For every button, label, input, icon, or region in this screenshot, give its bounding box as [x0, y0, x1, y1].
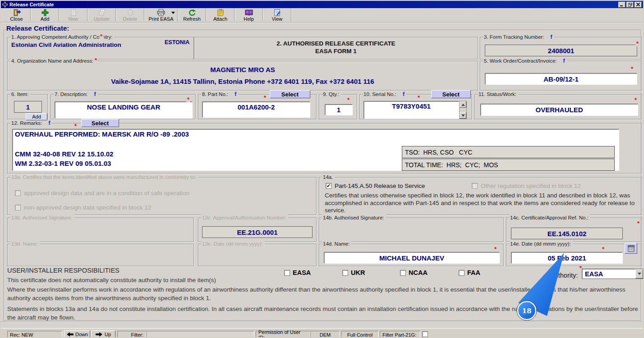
part145-checkbox[interactable]: ✔ [326, 183, 331, 189]
box6-item: 6. Item: 1 Add [7, 94, 48, 119]
title-bar: Release Certificate [1, 1, 643, 8]
easa-checkbox-label: EASA [293, 269, 311, 276]
box3-label: 3. Form Tracking Number: [484, 34, 544, 40]
serial-no-select-button[interactable]: Select [431, 90, 471, 98]
status-work-field[interactable]: OVERHAULED [480, 104, 638, 116]
box14e-label: 14e. Date (dd mmm yyyy): [510, 241, 571, 247]
box13d-label: 13d. Name: [11, 241, 38, 247]
attach-button[interactable]: Attach [207, 9, 233, 22]
restore-button[interactable] [626, 2, 634, 8]
certificate-title-line2: EASA FORM 1 [194, 48, 478, 55]
required-star: * [636, 221, 640, 226]
permission-value-panel: DEM [310, 331, 340, 338]
item-add-button[interactable]: Add [26, 113, 47, 120]
toolbar-label: Close [10, 16, 23, 22]
remarks-line: WM 2.32-03-1 REV 09 05.01.03 [15, 160, 111, 167]
authority-country: ESTONIA [165, 39, 189, 46]
close-window-button[interactable] [635, 2, 642, 8]
toolbar-separator [234, 9, 235, 21]
certificate-title-line1: 2. AUTHORISED RELEASE CERTIFICATE [194, 40, 478, 47]
work-order-field[interactable]: AB-09/12-1 [485, 73, 637, 85]
arrow-right-icon [96, 332, 103, 337]
part-no-field[interactable]: 001A6200-2 [202, 101, 310, 118]
scroll-down-icon[interactable] [460, 112, 466, 119]
box13b-authorised-signature: 13b. Authorised Signature: [7, 218, 194, 242]
ncaa-checkbox[interactable] [400, 270, 406, 276]
box9-label: 9. Qty.: [323, 91, 339, 97]
serial-no-scrollbar[interactable] [459, 101, 467, 119]
toolbar-label: Print EASA [148, 16, 173, 22]
exit-door-icon [12, 9, 21, 16]
box14b-authorised-signature: 14b. Authorised Signature: [319, 218, 504, 242]
approved-design-checkbox [15, 190, 21, 196]
refresh-arrow-icon [188, 9, 196, 16]
record-status-panel: Rec: NEW [7, 331, 62, 338]
remarks-line: CMM 32-40-08 REV 12 15.10.02 [15, 150, 113, 158]
box10-label: 10. Serial No.: [363, 91, 396, 97]
serial-no-field[interactable]: T9783Y0451 [363, 101, 459, 119]
authority-dropdown[interactable]: EASA [582, 269, 644, 279]
box12-label: 12. Remarks: [11, 120, 42, 126]
other-regulation-label: Other regulation specified in block 12 [481, 183, 581, 189]
box2-certificate-title: 2. AUTHORISED RELEASE CERTIFICATE EASA F… [194, 37, 478, 59]
part145-certify-text: Certifies that unless otherwise specifie… [325, 192, 640, 215]
box13e-label: 13e. Date (dd mmm yyyy): [202, 241, 263, 247]
organization-address: Vaike-Sojamae 1A, 11415 Tallinn, Estonia… [8, 78, 478, 85]
filter-input[interactable] [146, 331, 254, 338]
form-title: Release Certificate: [6, 24, 72, 32]
required-star: * [579, 265, 583, 271]
ukr-checkbox[interactable] [342, 270, 348, 276]
box11-status-work: 11. Status/Work: * OVERHAULED [474, 94, 642, 119]
date-field[interactable]: 05 Feb 2021 [511, 252, 623, 264]
box14e-date: 14e. Date (dd mmm yyyy): * 05 Feb 2021 [506, 244, 642, 266]
box14a-release-to-service: 14a. ✔ Part-145.A.50 Release to Service … [319, 177, 642, 215]
calendar-button[interactable] [625, 243, 637, 254]
description-field[interactable]: NOSE LANDING GEAR [55, 101, 193, 119]
help-button[interactable]: Help [236, 9, 262, 22]
required-star: * [186, 97, 190, 102]
view-button[interactable]: View [264, 9, 290, 22]
minimize-button[interactable] [618, 2, 626, 8]
faa-checkbox[interactable] [459, 270, 465, 276]
dropdown-arrow-icon[interactable] [635, 269, 643, 279]
field-flag: f [551, 34, 552, 40]
up-button[interactable]: Up [91, 330, 115, 338]
delete-button: Delete [117, 9, 143, 22]
qty-field[interactable]: 1 [325, 104, 353, 115]
non-approved-design-label: non-approved design data specified in bl… [24, 204, 151, 211]
required-star: * [601, 247, 605, 252]
close-button[interactable]: Close [4, 9, 29, 22]
toolbar-separator [59, 9, 60, 21]
toolbar: Close Add New Update Delete Print EASA R… [1, 8, 643, 23]
box1-approving-authority: 1. Approving Competent Authority / Count… [7, 37, 194, 59]
required-star: * [74, 123, 78, 129]
name-field[interactable]: MICHAEL DUNAJEV [324, 252, 500, 264]
refresh-button[interactable]: Refresh [179, 9, 205, 22]
field-flag: f [94, 91, 96, 97]
box13a-label: 13a. Certifies that the items identified… [11, 174, 196, 180]
scroll-up-icon[interactable] [460, 101, 466, 108]
print-dropdown-caret-icon[interactable] [171, 12, 175, 14]
box6-label: 6. Item: [11, 91, 28, 97]
add-button[interactable]: Add [32, 9, 58, 22]
required-star: * [493, 247, 497, 252]
down-button[interactable]: Down [64, 330, 90, 338]
required-star: * [99, 34, 103, 39]
app-icon [2, 2, 8, 7]
ncaa-checkbox-label: NCAA [409, 269, 428, 276]
filter-part21g-checkbox[interactable] [422, 331, 428, 337]
box1-label: 1. Approving Competent Authority / Count… [11, 34, 112, 40]
divider [1, 322, 644, 323]
part-no-select-button[interactable]: Select [270, 90, 310, 98]
box13d-name: 13d. Name: [7, 244, 194, 266]
remarks-select-button[interactable]: Select [81, 119, 119, 127]
toolbar-label: Attach [213, 16, 227, 22]
required-star: * [635, 41, 639, 46]
easa-checkbox[interactable] [284, 270, 290, 276]
filter-part21g-label-panel: Filter Part-21G: [380, 331, 420, 338]
new-button: New [60, 9, 86, 22]
toolbar-separator [177, 9, 178, 21]
toolbar-label: View [272, 16, 283, 22]
toolbar-separator [262, 9, 263, 21]
print-easa-button[interactable]: Print EASA [146, 9, 176, 22]
